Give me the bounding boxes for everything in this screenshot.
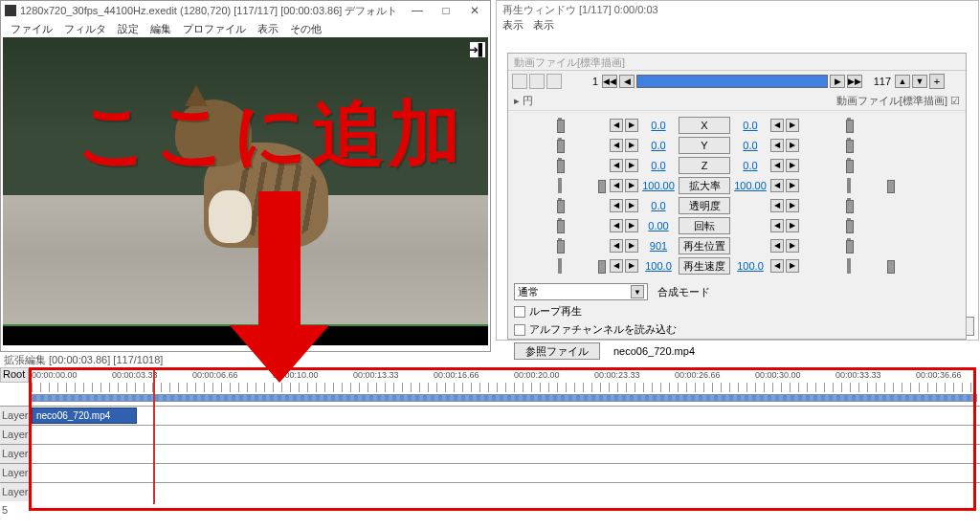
param-button[interactable]: Z <box>679 157 730 174</box>
frame-prev-button[interactable]: ◀ <box>619 75 635 88</box>
slider-right[interactable] <box>801 258 897 274</box>
step-right-inc[interactable]: ▶ <box>786 159 799 172</box>
value-left[interactable]: 0.0 <box>640 140 677 151</box>
layer-track[interactable] <box>32 426 980 444</box>
play-menu-2[interactable]: 表示 <box>533 18 554 33</box>
value-right[interactable]: 100.00 <box>732 180 768 191</box>
layer-track[interactable]: neco06_720.mp4 <box>32 407 980 425</box>
frame-next-button[interactable]: ▶ <box>830 75 845 88</box>
reference-file-button[interactable]: 参照ファイル <box>514 342 600 360</box>
slider-right[interactable] <box>801 238 897 253</box>
param-button[interactable]: X <box>679 117 730 134</box>
step-left-inc[interactable]: ▶ <box>625 179 638 192</box>
export-icon[interactable]: ➜▌ <box>469 41 486 58</box>
layer-track[interactable] <box>32 445 980 463</box>
play-menu-1[interactable]: 表示 <box>502 18 523 33</box>
frame-last-button[interactable]: ▶▶ <box>847 75 862 88</box>
slider-right[interactable] <box>801 138 897 153</box>
layer-label[interactable]: Layer 2 <box>0 426 32 444</box>
step-right-dec[interactable]: ◀ <box>770 259 784 273</box>
slider-right[interactable] <box>801 218 897 233</box>
menu-profile[interactable]: プロファイル <box>179 22 250 35</box>
layer-label[interactable]: Layer 3 <box>0 445 32 463</box>
timeline-ruler[interactable]: 00:00:00.0000:00:03.3300:00:06.6600:00:1… <box>32 370 977 393</box>
slider-left[interactable] <box>512 138 608 153</box>
step-right-dec[interactable]: ◀ <box>770 199 784 212</box>
param-button[interactable]: 再生位置 <box>679 237 730 254</box>
section-right[interactable]: 動画ファイル[標準描画] ☑ <box>836 94 960 108</box>
step-right-inc[interactable]: ▶ <box>786 239 799 253</box>
step-left-dec[interactable]: ◀ <box>610 119 623 132</box>
step-right-dec[interactable]: ◀ <box>770 239 784 253</box>
slider-left[interactable] <box>512 258 608 274</box>
maximize-button[interactable]: □ <box>433 3 459 18</box>
tb-layout3-icon[interactable] <box>546 74 562 89</box>
step-left-inc[interactable]: ▶ <box>625 259 638 273</box>
slider-right[interactable] <box>801 178 897 193</box>
value-right[interactable]: 0.0 <box>732 160 768 171</box>
add-effect-button[interactable]: + <box>929 74 945 89</box>
menu-filter[interactable]: フィルタ <box>60 22 110 35</box>
step-left-dec[interactable]: ◀ <box>610 239 623 253</box>
value-left[interactable]: 0.0 <box>640 200 677 211</box>
step-right-inc[interactable]: ▶ <box>786 179 799 192</box>
step-left-inc[interactable]: ▶ <box>625 159 638 172</box>
step-left-inc[interactable]: ▶ <box>625 119 638 132</box>
close-button[interactable]: ✕ <box>461 3 488 18</box>
menu-edit[interactable]: 編集 <box>146 22 175 35</box>
value-left[interactable]: 100.0 <box>640 260 677 272</box>
value-left[interactable]: 901 <box>640 240 677 252</box>
step-left-dec[interactable]: ◀ <box>610 259 623 273</box>
layer-track[interactable] <box>32 483 980 501</box>
step-right-dec[interactable]: ◀ <box>770 119 784 132</box>
blend-mode-combo[interactable]: 通常 ▼ <box>514 283 648 300</box>
layer-track[interactable] <box>32 464 980 482</box>
slider-left[interactable] <box>512 198 608 213</box>
step-left-inc[interactable]: ▶ <box>625 219 638 232</box>
loop-checkbox[interactable] <box>514 306 525 318</box>
step-right-inc[interactable]: ▶ <box>786 219 799 232</box>
timeline-playhead[interactable] <box>153 370 155 504</box>
param-button[interactable]: 透明度 <box>679 197 730 214</box>
frame-up-button[interactable]: ▲ <box>895 75 910 88</box>
slider-left[interactable] <box>512 178 608 193</box>
value-right[interactable]: 100.0 <box>732 260 768 272</box>
slider-right[interactable] <box>801 118 897 133</box>
param-button[interactable]: 拡大率 <box>679 177 730 194</box>
frame-first-button[interactable]: ◀◀ <box>602 75 617 88</box>
step-right-inc[interactable]: ▶ <box>786 259 799 273</box>
step-left-inc[interactable]: ▶ <box>625 139 638 152</box>
slider-left[interactable] <box>512 118 608 133</box>
step-left-inc[interactable]: ▶ <box>625 239 638 253</box>
menu-view[interactable]: 表示 <box>254 22 282 35</box>
slider-left[interactable] <box>512 238 608 253</box>
step-left-dec[interactable]: ◀ <box>610 159 623 172</box>
step-right-inc[interactable]: ▶ <box>786 139 799 152</box>
video-clip[interactable]: neco06_720.mp4 <box>32 408 137 424</box>
param-button[interactable]: 回転 <box>679 217 730 234</box>
step-right-inc[interactable]: ▶ <box>786 199 799 212</box>
value-left[interactable]: 0.0 <box>640 120 677 131</box>
step-right-dec[interactable]: ◀ <box>770 219 784 232</box>
alpha-checkbox[interactable] <box>514 324 525 336</box>
slider-left[interactable] <box>512 218 608 233</box>
frame-progress[interactable] <box>636 75 828 88</box>
step-right-inc[interactable]: ▶ <box>786 119 799 132</box>
layer-label[interactable]: Layer 4 <box>0 464 32 482</box>
frame-down-button[interactable]: ▼ <box>912 75 927 88</box>
value-left[interactable]: 100.00 <box>640 180 677 191</box>
menu-file[interactable]: ファイル <box>7 22 56 35</box>
value-left[interactable]: 0.0 <box>640 160 677 171</box>
step-right-dec[interactable]: ◀ <box>770 159 784 172</box>
value-right[interactable]: 0.0 <box>732 120 768 131</box>
menu-settings[interactable]: 設定 <box>114 22 143 35</box>
tb-layout2-icon[interactable] <box>529 74 545 89</box>
param-button[interactable]: 再生速度 <box>679 257 730 275</box>
slider-right[interactable] <box>801 198 897 213</box>
layer-label[interactable]: Layer 1 <box>0 407 32 425</box>
minimize-button[interactable]: — <box>404 3 431 18</box>
step-left-dec[interactable]: ◀ <box>610 179 623 192</box>
slider-left[interactable] <box>512 158 608 173</box>
step-left-dec[interactable]: ◀ <box>610 139 623 152</box>
menu-other[interactable]: その他 <box>286 22 325 35</box>
